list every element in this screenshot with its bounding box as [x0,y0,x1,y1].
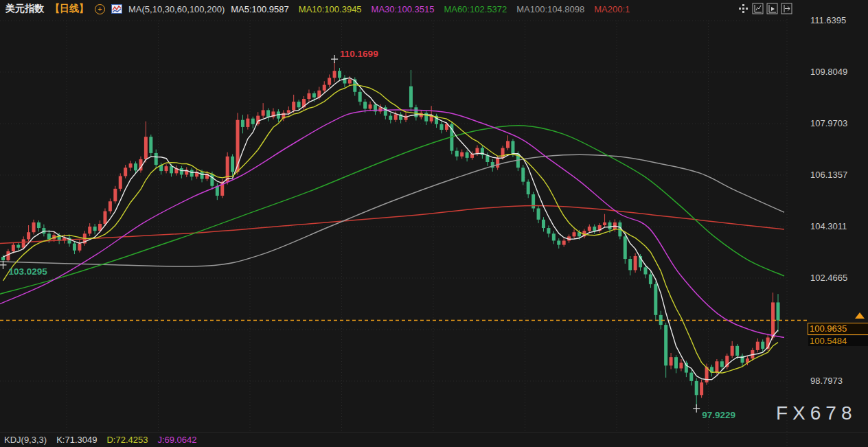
candle-body [439,124,443,130]
candle-body [532,194,535,208]
candle-body [409,87,413,108]
current-price-badge: 100.9635 [808,323,868,335]
candle-body [593,227,596,231]
kdj-value-0: K:71.3049 [56,435,97,445]
candle-body [670,357,673,365]
candle-body [511,141,514,153]
candle-body [506,141,510,148]
add-indicator-icon[interactable]: + [95,4,105,14]
candle-body [144,137,148,159]
pan-move-icon[interactable] [737,2,749,14]
candle-body [170,166,173,173]
candle-body [328,78,331,84]
timeframe-selector[interactable]: 【日线】 [50,3,89,15]
ma-value-ma60: MA60:102.5372 [444,4,507,14]
candle-body [16,245,20,248]
candle-body [226,157,229,182]
candle-body [241,120,244,127]
ma-value-ma200: MA200:1 [594,4,630,14]
candle-body [119,176,122,188]
candle-body [129,163,133,168]
axis-label: 102.4665 [810,273,847,283]
candle-body [562,240,566,244]
axis-label: 106.1357 [810,170,847,180]
scroll-right-icon[interactable] [766,2,778,14]
candle-body [155,153,158,165]
extreme-marker [331,55,338,63]
candle-body [573,232,576,236]
kdj-indicator-row: KDJ(9,3,3) K:71.3049D:72.4253J:69.0642 [4,435,197,445]
price-annotation: 110.1699 [340,49,378,59]
fx678-watermark: FX678 [776,402,857,424]
candle-body [608,222,611,229]
axis-label: 104.3011 [810,221,847,231]
candle-body [1,257,5,260]
candle-body [369,104,372,108]
candle-body [634,256,637,270]
candle-body [761,342,764,349]
candle-body [231,157,234,172]
chart-toolbar [737,2,792,14]
candle-body [700,382,703,395]
candle-body [460,152,464,157]
candle-body [389,116,392,120]
axis-label: 98.7973 [810,376,843,386]
candle-body [527,182,530,194]
candle-body [496,158,499,168]
scroll-to-latest-button[interactable] [855,312,865,319]
candle-body [333,71,336,78]
price-chart-canvas[interactable]: 110.1699103.029597.9229 [0,0,868,447]
candle-body [180,168,183,174]
candle-body [307,93,310,99]
ma-line-ma30 [0,110,784,337]
candle-body [603,222,606,225]
candle-body [134,163,137,170]
ma-line-ma100 [0,154,784,266]
previous-price-badge: 100.5484 [808,336,868,346]
price-annotation: 103.0295 [9,266,48,277]
candle-body [190,170,194,176]
candle-body [246,119,249,127]
candle-body [735,346,739,356]
candle-body [715,361,718,372]
gridlines [0,0,787,447]
extreme-marker [693,404,700,413]
ma-line-ma200 [0,205,784,243]
candle-body [6,251,10,260]
candle-body [292,102,295,110]
price-annotation: 97.9229 [702,410,735,420]
candle-body [624,236,627,259]
ma-values: MA5:100.9587MA10:100.3945MA30:100.3515MA… [231,4,630,14]
candle-body [297,102,301,107]
ma-value-ma100: MA100:104.8098 [516,4,584,14]
candle-body [466,152,469,158]
ma-line-ma60 [0,126,784,294]
candle-body [27,232,30,239]
candle-body [643,267,647,274]
chart-type-icon[interactable] [111,4,122,14]
candle-body [537,208,540,219]
candle-body [394,115,398,120]
candle-body [312,93,316,98]
go-to-realtime-icon[interactable] [780,2,792,14]
candle-body [262,110,265,115]
candle-body [78,244,81,251]
candle-body [210,174,214,186]
kdj-value-2: J:69.0642 [157,435,196,445]
ma-summary: MA(5,10,30,60,100,200) [128,4,225,14]
candle-body [649,275,652,284]
axis-scale-icon[interactable] [751,2,764,14]
candle-body [251,119,255,124]
candle-body [756,342,760,350]
candle-body [689,373,693,381]
candle-body [358,92,362,102]
candle-body [338,71,341,78]
ma-value-ma10: MA10:100.3945 [299,4,362,14]
candle-body [37,222,41,228]
candle-body [679,363,683,368]
candle-body [201,172,204,179]
ma-value-ma5: MA5:100.9587 [231,4,289,14]
candle-body [88,227,91,233]
kdj-value-1: D:72.4253 [106,435,148,445]
candle-body [557,240,560,244]
